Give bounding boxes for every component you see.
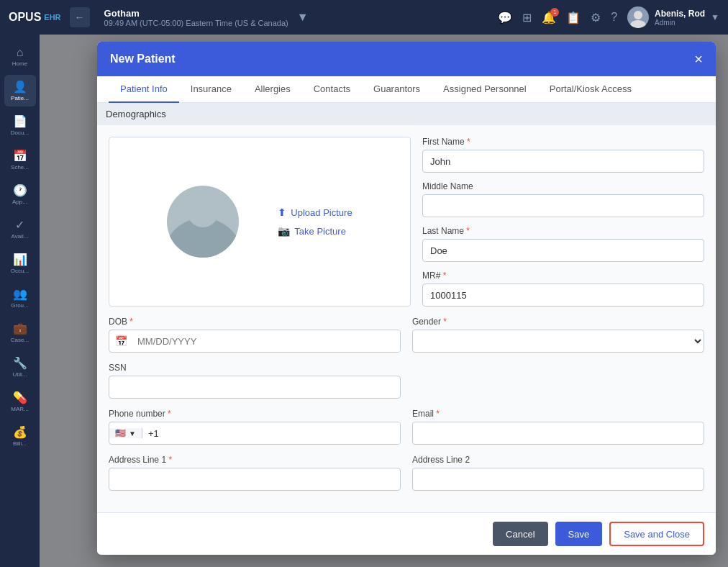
gender-label: Gender * xyxy=(412,317,704,327)
save-and-close-button[interactable]: Save and Close xyxy=(609,522,704,546)
sidebar-label-mar: MAR... xyxy=(11,406,28,412)
user-menu[interactable]: Abenis, Rod Admin ▼ xyxy=(627,6,719,28)
ssn-field: SSN xyxy=(109,363,401,399)
middle-name-field: Middle Name xyxy=(422,181,704,217)
sidebar-label-utility: Utili... xyxy=(13,371,27,378)
address2-input[interactable] xyxy=(412,468,704,491)
gender-field: Gender * Male Female Other xyxy=(412,317,704,353)
calendar-icon[interactable]: 📅 xyxy=(109,335,133,347)
settings-icon[interactable]: ⚙ xyxy=(591,11,601,24)
billing-icon: 💰 xyxy=(13,425,27,439)
user-avatar xyxy=(627,6,649,28)
phone-flag-dropdown[interactable]: 🇺🇸 ▼ xyxy=(109,428,142,438)
photo-box: ⬆ Upload Picture 📷 Take Picture xyxy=(109,137,411,307)
main-area: New Patient × Patient Info Insurance All… xyxy=(40,35,728,567)
phone-input[interactable] xyxy=(142,422,400,444)
middle-name-input[interactable] xyxy=(422,194,704,217)
first-name-label: First Name * xyxy=(422,137,704,147)
sidebar-label-case: Case... xyxy=(11,337,29,343)
tab-patient-info[interactable]: Patient Info xyxy=(109,76,179,103)
sidebar-item-documents[interactable]: 📄 Docu... xyxy=(4,109,36,141)
email-label: Email * xyxy=(412,409,704,419)
dob-gender-row: DOB * 📅 Gender * Male Female xyxy=(109,317,704,353)
cancel-button[interactable]: Cancel xyxy=(493,522,547,546)
sidebar-item-appointments[interactable]: 🕐 App... xyxy=(4,178,36,210)
tab-allergies[interactable]: Allergies xyxy=(243,76,302,103)
modal-close-button[interactable]: × xyxy=(694,52,703,66)
mr-number-label: MR# * xyxy=(422,271,704,281)
sidebar-item-mar[interactable]: 💊 MAR... xyxy=(4,386,36,417)
ssn-label: SSN xyxy=(109,363,401,373)
gender-select[interactable]: Male Female Other xyxy=(412,330,704,353)
dob-input[interactable] xyxy=(133,330,400,352)
tab-guarantors[interactable]: Guarantors xyxy=(362,76,432,103)
messages-icon[interactable]: 💬 xyxy=(498,11,512,24)
topbar: OPUS EHR ← Gotham 09:49 AM (UTC-05:00) E… xyxy=(0,0,728,35)
mar-icon: 💊 xyxy=(13,391,27,404)
dob-input-wrapper: 📅 xyxy=(109,330,401,353)
sidebar-label-appointments: App... xyxy=(12,199,27,205)
sidebar-item-schedule[interactable]: 📅 Sche... xyxy=(4,144,36,176)
sidebar-item-case[interactable]: 💼 Case... xyxy=(4,317,36,348)
sidebar-item-billing[interactable]: 💰 Billi... xyxy=(4,420,36,452)
sidebar-label-billing: Billi... xyxy=(13,440,27,447)
sidebar-label-home: Home xyxy=(12,60,27,67)
first-name-input[interactable] xyxy=(422,150,704,173)
tab-insurance[interactable]: Insurance xyxy=(179,76,243,103)
sidebar-item-group[interactable]: 👥 Grou... xyxy=(4,282,36,314)
take-picture-label: Take Picture xyxy=(294,226,346,237)
last-name-label: Last Name * xyxy=(422,226,704,236)
user-role: Admin xyxy=(655,19,705,27)
location-city: Gotham xyxy=(104,8,288,19)
tab-portal-kiosk[interactable]: Portal/Kiosk Access xyxy=(538,76,643,103)
upload-label: Upload Picture xyxy=(291,207,352,218)
user-info: Abenis, Rod Admin xyxy=(655,9,705,27)
address1-label: Address Line 1 * xyxy=(109,455,401,465)
home-icon: ⌂ xyxy=(17,46,24,59)
address1-input[interactable] xyxy=(109,468,401,491)
help-icon[interactable]: ? xyxy=(611,11,617,24)
appointments-icon: 🕐 xyxy=(13,183,27,197)
documents-icon: 📄 xyxy=(13,114,27,128)
tab-contacts[interactable]: Contacts xyxy=(302,76,362,103)
take-picture-button[interactable]: 📷 Take Picture xyxy=(278,225,352,237)
sidebar-item-utility[interactable]: 🔧 Utili... xyxy=(4,351,36,383)
user-name: Abenis, Rod xyxy=(655,9,705,19)
ssn-input[interactable] xyxy=(109,376,401,399)
tab-assigned-personnel[interactable]: Assigned Personnel xyxy=(432,76,538,103)
svg-point-1 xyxy=(630,20,646,28)
last-name-input[interactable] xyxy=(422,239,704,262)
last-name-field: Last Name * xyxy=(422,226,704,262)
availability-icon: ✓ xyxy=(15,218,24,232)
sidebar-item-patients[interactable]: 👤 Patie... xyxy=(4,75,36,106)
address2-label: Address Line 2 xyxy=(412,455,704,465)
topbar-icons: 💬 ⊞ 🔔 1 📋 ⚙ ? Abenis, Rod Admin ▼ xyxy=(498,6,719,28)
ssn-spacer xyxy=(412,363,704,399)
flag-icon: 🇺🇸 xyxy=(115,428,126,438)
app-logo: OPUS EHR xyxy=(9,11,61,24)
sidebar: ⌂ Home 👤 Patie... 📄 Docu... 📅 Sche... 🕐 … xyxy=(0,35,40,567)
flag-dropdown-icon: ▼ xyxy=(129,430,136,437)
modal-footer: Cancel Save Save and Close xyxy=(97,512,716,555)
address1-field: Address Line 1 * xyxy=(109,455,401,491)
sidebar-item-occupancy[interactable]: 📊 Occu... xyxy=(4,248,36,279)
location-dropdown-icon[interactable]: ▼ xyxy=(297,11,309,24)
case-icon: 💼 xyxy=(13,322,27,335)
tasks-icon[interactable]: 📋 xyxy=(566,11,581,24)
notification-badge: 1 xyxy=(550,8,559,17)
save-button[interactable]: Save xyxy=(555,522,603,546)
email-input[interactable] xyxy=(412,422,704,445)
sidebar-item-home[interactable]: ⌂ Home xyxy=(4,40,36,72)
svg-point-0 xyxy=(634,11,642,19)
sidebar-item-availability[interactable]: ✓ Avail... xyxy=(4,213,36,245)
upload-picture-button[interactable]: ⬆ Upload Picture xyxy=(278,207,352,218)
new-patient-modal: New Patient × Patient Info Insurance All… xyxy=(97,42,716,555)
sidebar-label-schedule: Sche... xyxy=(11,164,29,171)
nav-back-button[interactable]: ← xyxy=(70,7,90,27)
mr-number-input[interactable] xyxy=(422,284,704,307)
sidebar-label-group: Grou... xyxy=(11,302,28,309)
grid-icon[interactable]: ⊞ xyxy=(522,11,532,24)
address-row: Address Line 1 * Address Line 2 xyxy=(109,455,704,491)
first-name-field: First Name * xyxy=(422,137,704,173)
notifications-icon[interactable]: 🔔 1 xyxy=(542,11,556,24)
